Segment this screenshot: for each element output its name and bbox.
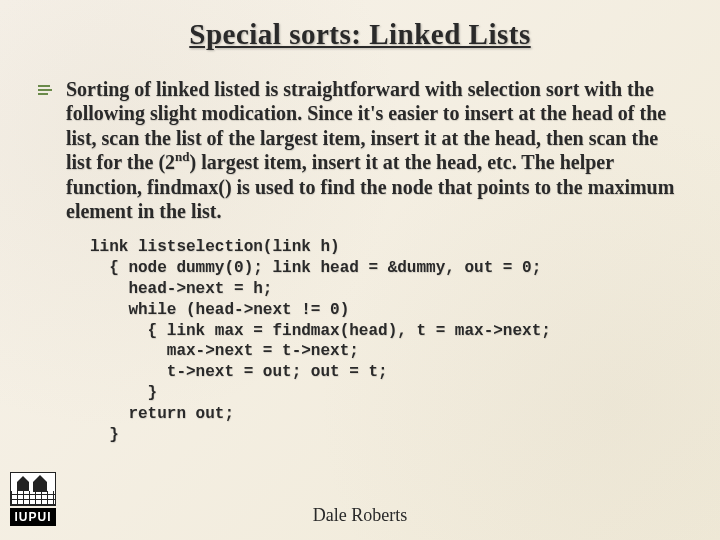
footer-author: Dale Roberts bbox=[313, 505, 407, 526]
iupui-logo: IUPUI bbox=[10, 472, 58, 530]
slide-title: Special sorts: Linked Lists bbox=[38, 18, 682, 51]
logo-image bbox=[10, 472, 56, 506]
bullet-icon bbox=[38, 83, 58, 97]
bullet-item: Sorting of linked listed is straightforw… bbox=[38, 77, 682, 223]
code-block: link listselection(link h) { node dummy(… bbox=[90, 237, 682, 445]
body-text: Sorting of linked listed is straightforw… bbox=[66, 77, 682, 223]
logo-text: IUPUI bbox=[10, 508, 56, 526]
slide: Special sorts: Linked Lists Sorting of l… bbox=[0, 0, 720, 540]
